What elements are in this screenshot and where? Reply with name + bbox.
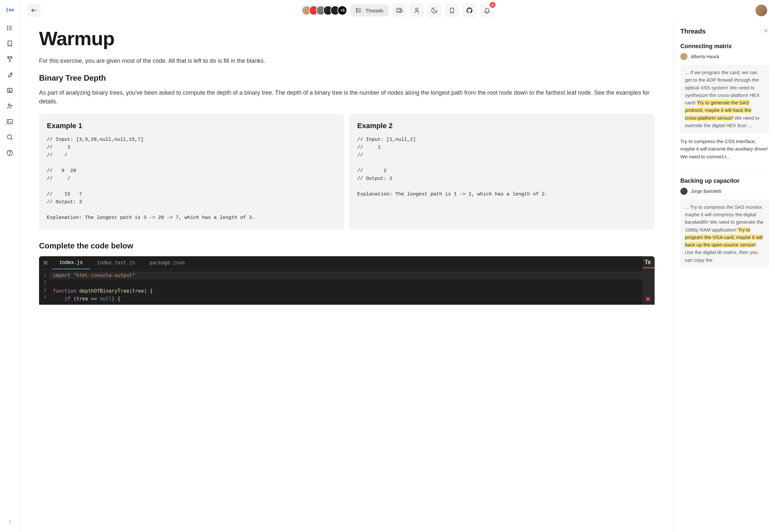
newspaper-icon[interactable] — [3, 84, 16, 97]
section-body: As part of analyzing binary trees, you'v… — [39, 88, 655, 106]
moon-icon[interactable] — [427, 3, 442, 18]
chat-icon[interactable] — [392, 3, 407, 18]
svg-point-5 — [7, 28, 7, 28]
example-title: Example 2 — [357, 122, 647, 130]
threads-panel-title: Threads — [680, 28, 706, 35]
bookmark-icon[interactable] — [3, 37, 16, 50]
terminal-icon[interactable] — [3, 115, 16, 128]
svg-point-18 — [7, 135, 11, 139]
thread-avatar — [680, 188, 688, 195]
svg-line-19 — [11, 139, 12, 140]
threads-panel: Threads Connecting matrix Alberta Hauck … — [674, 21, 775, 532]
thread-item[interactable]: Backing up capacitor Jorge Bartoletti ..… — [680, 169, 769, 268]
notification-badge: 5 — [490, 2, 496, 8]
editor-menu-icon[interactable] — [39, 256, 52, 269]
test-panel-close-icon[interactable]: ✖ — [646, 296, 650, 303]
svg-point-21 — [9, 154, 10, 154]
editor-tabs: index.js index.test.js package.json — [39, 256, 643, 270]
editor-tab[interactable]: index.js — [52, 256, 90, 269]
test-panel[interactable]: Te ✖ — [643, 256, 655, 305]
person-icon[interactable] — [410, 3, 424, 18]
svg-point-28 — [356, 12, 357, 13]
thread-author: Alberta Hauck — [691, 54, 719, 59]
code-editor: index.js index.test.js package.json 1 2 … — [39, 256, 655, 305]
thread-item[interactable]: Connecting matrix Alberta Hauck ... If w… — [680, 43, 769, 160]
editor-tab[interactable]: index.test.js — [90, 257, 142, 269]
lesson-content: Warmup For this exercise, you are given … — [20, 21, 674, 532]
svg-point-29 — [416, 8, 418, 10]
thread-reply: Try to compress the CSS interface, maybe… — [680, 138, 769, 160]
complete-heading: Complete the code below — [39, 241, 655, 250]
expand-rail-icon[interactable] — [3, 515, 16, 528]
avatar-more[interactable]: +5 — [337, 6, 347, 15]
svg-point-27 — [356, 10, 357, 11]
github-icon[interactable] — [462, 3, 477, 18]
example-card: Example 2 // Input: [1,null,2] // 1 // /… — [349, 114, 655, 230]
svg-point-6 — [7, 30, 7, 30]
search-icon[interactable] — [3, 131, 16, 144]
example-title: Example 1 — [47, 122, 336, 130]
threads-button[interactable]: Threads — [350, 4, 389, 17]
thread-title: Backing up capacitor — [680, 178, 769, 184]
example-code: // Input: [3,9,20,null,null,15,7] // 3 /… — [47, 136, 336, 222]
intro-text: For this exercise, you are given most of… — [39, 58, 655, 64]
threads-label: Threads — [365, 8, 383, 13]
svg-point-4 — [7, 26, 7, 27]
app-logo[interactable]: {oo} — [4, 4, 16, 16]
thread-author: Jorge Bartoletti — [691, 189, 721, 194]
thread-quote: ... Try to compress the SAS monitor, may… — [680, 199, 769, 268]
svg-rect-9 — [7, 88, 12, 93]
svg-rect-16 — [7, 120, 12, 124]
editor-tab[interactable]: package.json — [142, 257, 192, 269]
invite-user-icon[interactable] — [3, 100, 16, 113]
example-code: // Input: [1,null,2] // 1 // // 2 // Out… — [357, 136, 647, 198]
thread-avatar — [680, 53, 688, 60]
left-rail: {oo} — [0, 0, 20, 532]
svg-text:{oo}: {oo} — [6, 7, 14, 12]
example-card: Example 1 // Input: [3,9,20,null,null,15… — [39, 114, 344, 230]
toc-icon[interactable] — [3, 21, 16, 34]
test-panel-label: Te — [645, 259, 653, 266]
thread-quote: ... If we program the card, we can get t… — [680, 65, 769, 133]
trophy-icon[interactable] — [3, 53, 16, 66]
back-button[interactable] — [27, 4, 40, 17]
notifications-icon[interactable]: 5 — [480, 3, 494, 18]
svg-point-13 — [8, 104, 10, 106]
thread-title: Connecting matrix — [680, 43, 769, 50]
svg-point-26 — [356, 8, 357, 9]
topbar: +5 Threads — [20, 0, 775, 21]
line-gutter: 1 2 3 4 — [39, 270, 49, 305]
editor-body[interactable]: 1 2 3 4 import "html-console-output" fun… — [39, 270, 643, 305]
section-heading: Binary Tree Depth — [39, 73, 655, 83]
user-avatar[interactable] — [755, 5, 767, 16]
help-icon[interactable] — [3, 146, 16, 159]
highlighter-icon[interactable] — [3, 68, 16, 81]
page-title: Warmup — [39, 27, 655, 50]
participants-stack[interactable]: +5 — [301, 6, 347, 15]
bookmark-topbar-icon[interactable] — [445, 3, 459, 18]
close-icon[interactable] — [763, 27, 769, 35]
